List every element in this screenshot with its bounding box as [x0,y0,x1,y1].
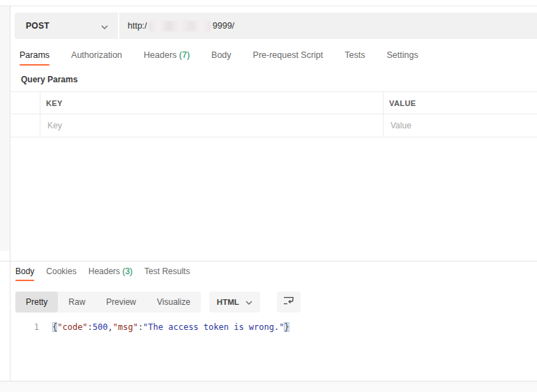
json-response-line: {"code":500,"msg":"The access token is w… [52,322,289,333]
table-row [10,114,537,137]
json-key-msg: "msg" [113,322,138,332]
table-header-row: KEY VALUE [10,91,537,114]
view-mode-group: Pretty Raw Preview Visualize [15,292,201,312]
url-suffix: 9999/ [213,21,234,31]
tab-params[interactable]: Params [20,50,50,66]
url-redacted-blur [149,21,211,31]
key-input[interactable] [46,120,369,131]
tab-response-headers-label: Headers [89,266,120,276]
wrap-text-icon [283,296,294,308]
wrap-text-button[interactable] [277,292,301,312]
tab-tests[interactable]: Tests [345,50,365,66]
footer-bar [0,382,537,392]
view-pretty-button[interactable]: Pretty [15,292,58,312]
tab-test-results-label: Test Results [144,266,190,276]
select-column-header [10,92,40,114]
json-number-500: 500 [93,322,108,332]
view-raw-button[interactable]: Raw [58,292,96,312]
method-select[interactable]: POST [15,13,118,39]
format-select[interactable]: HTML [209,292,260,312]
postman-app: POST http:/ 9999/ Params Authorization H… [0,0,537,392]
tab-test-results[interactable]: Test Results [144,266,190,281]
tab-headers-count: (7) [179,50,190,60]
request-response-divider[interactable] [0,261,537,262]
value-input[interactable] [389,120,532,131]
line-number: 1 [27,322,39,333]
tab-headers-label: Headers [144,50,176,60]
tab-cookies[interactable]: Cookies [46,266,76,281]
request-url-row: POST http:/ 9999/ [15,13,537,39]
key-cell [40,114,384,137]
response-tabs: Body Cookies Headers (3) Test Results [15,266,190,281]
tab-authorization[interactable]: Authorization [71,50,122,66]
tab-settings-label: Settings [386,50,418,60]
response-toolbar: Pretty Raw Preview Visualize HTML [15,292,301,312]
view-preview-button[interactable]: Preview [96,292,146,312]
url-prefix: http:/ [128,21,147,31]
view-visualize-button[interactable]: Visualize [146,292,201,312]
chevron-down-icon [245,298,252,306]
url-input[interactable]: http:/ 9999/ [119,13,537,39]
close-brace-token: } [284,322,289,332]
query-params-table: KEY VALUE [10,91,537,137]
query-params-title: Query Params [21,75,77,84]
tab-params-label: Params [20,50,50,60]
tab-response-body-label: Body [15,266,34,276]
top-divider [0,6,537,6]
colon-token: : [88,322,93,332]
method-label: POST [26,21,50,31]
tab-response-headers[interactable]: Headers (3) [89,266,133,281]
row-select-cell[interactable] [10,114,40,137]
tab-authorization-label: Authorization [71,50,122,60]
tab-pre-request-script-label: Pre-request Script [253,50,324,60]
tab-settings[interactable]: Settings [386,50,418,66]
json-string-msg: "The access token is wrong." [143,322,284,332]
value-column-header: VALUE [384,92,537,114]
tab-cookies-label: Cookies [46,266,76,276]
comma-token: , [108,322,113,332]
tab-response-body[interactable]: Body [15,266,34,281]
request-tabs: Params Authorization Headers (7) Body Pr… [20,50,418,66]
chevron-down-icon [101,20,108,32]
key-column-header: KEY [40,92,384,114]
tab-body[interactable]: Body [211,50,232,66]
tab-response-headers-count: (3) [122,266,133,276]
json-key-code: "code" [57,322,87,332]
format-label: HTML [217,298,239,306]
tab-tests-label: Tests [345,50,365,60]
tab-headers[interactable]: Headers (7) [144,50,190,66]
sidebar-edge [0,6,10,251]
tab-pre-request-script[interactable]: Pre-request Script [253,50,324,66]
value-cell [384,114,537,137]
tab-body-label: Body [211,50,232,60]
response-body-editor[interactable]: 1 {"code":500,"msg":"The access token is… [0,322,537,333]
